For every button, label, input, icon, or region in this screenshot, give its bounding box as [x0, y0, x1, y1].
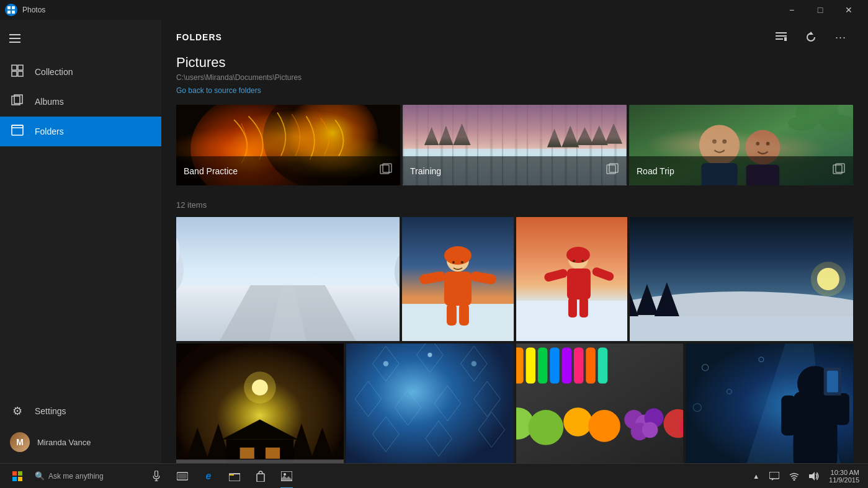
svg-rect-176 — [257, 474, 264, 482]
svg-rect-117 — [346, 344, 514, 463]
svg-rect-5 — [9, 38, 20, 39]
taskbar-comment-icon[interactable] — [766, 464, 783, 489]
sidebar-item-folders[interactable]: Folders — [0, 117, 161, 146]
photo-kid-orange[interactable] — [402, 217, 514, 341]
svg-rect-160 — [827, 371, 838, 393]
svg-point-182 — [794, 479, 795, 481]
svg-point-89 — [581, 260, 583, 262]
svg-marker-183 — [809, 472, 815, 481]
taskbar-app-mic[interactable] — [144, 464, 169, 489]
svg-point-46 — [756, 142, 759, 146]
sidebar-item-label-folders: Folders — [35, 126, 64, 136]
user-initials: M — [16, 437, 24, 447]
photo-winter-road[interactable] — [176, 217, 400, 341]
svg-point-78 — [461, 261, 463, 264]
photo-kid-skiing[interactable] — [516, 217, 628, 341]
taskbar-datetime[interactable]: 10:30 AM 11/9/2015 — [825, 469, 863, 484]
go-back-link[interactable]: Go back to source folders — [176, 86, 261, 95]
window-controls: − □ ✕ — [777, 0, 863, 20]
taskbar-app-store[interactable] — [248, 464, 273, 489]
svg-point-130 — [471, 361, 477, 366]
svg-rect-116 — [176, 459, 344, 463]
hamburger-button[interactable] — [0, 25, 30, 55]
folder-card-training[interactable]: Training — [403, 105, 627, 185]
photo-night-cabin[interactable] — [176, 344, 344, 463]
minimize-button[interactable]: − — [777, 0, 806, 20]
svg-rect-165 — [12, 471, 17, 476]
settings-item[interactable]: ⚙ Settings — [0, 396, 161, 426]
svg-rect-17 — [776, 38, 783, 40]
svg-point-88 — [572, 260, 575, 262]
folder-card-name-training: Training — [410, 166, 441, 176]
more-icon: ··· — [835, 31, 846, 44]
photo-underwater-blue[interactable] — [686, 344, 853, 463]
sidebar-bottom: ⚙ Settings M Miranda Vance — [0, 396, 161, 463]
sidebar-item-collection[interactable]: Collection — [0, 57, 161, 87]
svg-rect-114 — [240, 448, 254, 459]
svg-point-178 — [284, 473, 286, 476]
svg-rect-14 — [12, 125, 23, 128]
section-title: Pictures — [176, 55, 853, 71]
taskbar-app-photos[interactable] — [274, 464, 299, 489]
view-toggle-button[interactable] — [769, 25, 794, 50]
svg-rect-101 — [630, 316, 853, 341]
taskbar-app-explorer[interactable] — [222, 464, 247, 489]
svg-point-39 — [821, 115, 853, 132]
svg-point-82 — [566, 247, 589, 263]
photo-colorful-food[interactable] — [516, 344, 684, 463]
svg-rect-166 — [18, 471, 22, 476]
photo-blue-texture[interactable] — [346, 344, 514, 463]
svg-rect-137 — [562, 347, 571, 383]
close-button[interactable]: ✕ — [834, 0, 863, 20]
more-button[interactable]: ··· — [828, 25, 853, 50]
svg-rect-83 — [566, 268, 590, 299]
sidebar-item-albums[interactable]: Albums — [0, 87, 161, 117]
page-title: FOLDERS — [176, 32, 222, 42]
svg-point-144 — [588, 410, 620, 442]
taskbar-right: ▲ 10:30 AM 11/9/2015 — [749, 464, 863, 489]
folder-card-band-practice[interactable]: Band Practice — [176, 105, 400, 185]
svg-point-41 — [810, 105, 839, 113]
svg-rect-72 — [444, 272, 472, 306]
taskbar-wifi-icon[interactable] — [785, 464, 803, 489]
start-button[interactable] — [5, 464, 30, 489]
search-icon: 🔍 — [35, 471, 45, 481]
scroll-area[interactable]: Pictures C:\users\Miranda\Documents\Pict… — [161, 55, 868, 463]
svg-point-44 — [712, 140, 717, 144]
taskbar-time-value: 10:30 AM — [831, 469, 859, 476]
taskbar-app-edge[interactable]: e — [196, 464, 221, 489]
taskbar-apps: e — [144, 464, 299, 489]
taskbar-search-bar[interactable]: 🔍 Ask me anything — [30, 469, 141, 483]
svg-rect-139 — [586, 347, 595, 383]
refresh-button[interactable] — [799, 25, 823, 50]
sidebar-item-label-albums: Albums — [35, 97, 64, 107]
svg-marker-19 — [808, 32, 813, 35]
svg-marker-33 — [591, 126, 608, 145]
svg-rect-157 — [781, 396, 795, 436]
svg-rect-18 — [784, 37, 787, 41]
svg-marker-179 — [281, 476, 292, 481]
photo-sunset-snow[interactable] — [630, 217, 853, 341]
svg-rect-87 — [579, 298, 588, 317]
svg-point-47 — [766, 142, 770, 146]
folders-icon — [10, 125, 25, 139]
folder-card-label-road-trip: Road Trip — [629, 156, 853, 185]
svg-marker-32 — [576, 127, 593, 145]
folder-card-road-trip[interactable]: Road Trip — [629, 105, 853, 185]
main-content: FOLDERS ··· — [161, 20, 868, 463]
svg-marker-34 — [605, 123, 622, 144]
photo-grid-row-1 — [176, 217, 853, 341]
taskbar-app-tablet[interactable] — [170, 464, 195, 489]
taskbar-volume-icon[interactable] — [805, 464, 823, 489]
taskbar-expand-icon[interactable]: ▲ — [749, 464, 763, 489]
svg-marker-31 — [562, 126, 579, 148]
user-profile[interactable]: M Miranda Vance — [0, 426, 161, 458]
section-path: C:\users\Miranda\Documents\Pictures — [176, 73, 853, 82]
svg-rect-16 — [776, 35, 787, 37]
svg-rect-167 — [12, 477, 17, 481]
taskbar: 🔍 Ask me anything e — [0, 463, 868, 488]
svg-rect-133 — [516, 347, 524, 383]
svg-point-142 — [528, 410, 563, 445]
hamburger-icon — [9, 34, 20, 45]
maximize-button[interactable]: □ — [806, 0, 834, 20]
